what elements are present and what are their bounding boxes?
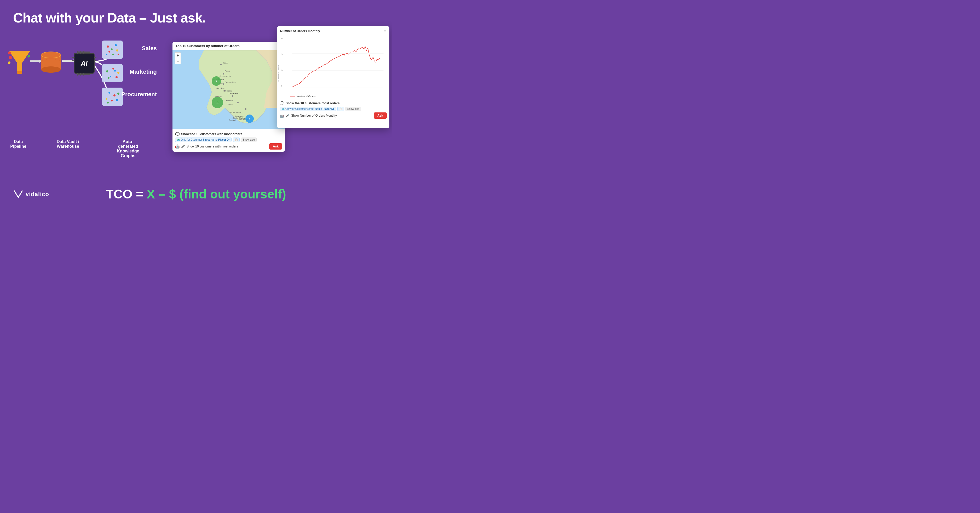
mic-icon-map: 🎤 [181,145,185,148]
map-filter-tag2: 📋 [233,137,240,142]
chart-legend: Number of Orders [277,95,390,99]
map-filter-icon: 🗺️ [177,138,180,141]
sales-scatter-card [102,40,123,59]
chart-ask-button[interactable]: Ask [374,112,387,119]
svg-point-36 [111,100,113,102]
svg-text:Chico: Chico [223,62,228,64]
svg-point-13 [41,67,61,73]
svg-point-29 [116,76,118,78]
svg-point-23 [106,54,107,55]
svg-text:Fresno: Fresno [226,99,232,102]
svg-point-82 [318,67,319,69]
svg-point-4 [27,55,30,57]
map-ask-button[interactable]: Ask [269,143,282,150]
logo-text: vidalico [25,191,49,198]
ai-chip: AI [74,53,95,74]
chart-filter-tag: 🗺️ Only for Customer Street Name Placer … [280,107,336,111]
y-value-1k: 1k [281,69,283,72]
map-chat-footer: 💬 Show the 10 customers with most orders… [172,130,285,151]
svg-point-17 [107,46,109,48]
marketing-label: Marketing [130,69,157,75]
chart-filter-tag2: 📋 [337,107,344,111]
map-title: Top 10 Customers by number of Orders [172,42,285,50]
y-value-2k: 2k [281,53,283,56]
sales-label: Sales [142,45,157,52]
svg-text:Oxnard: Oxnard [229,119,235,121]
svg-text:Sacramento: Sacramento [220,75,231,77]
svg-point-41 [223,73,224,75]
chart-filter-value: Placer Dr [323,107,334,110]
vidalico-logo: vidalico [13,190,49,199]
chart-filter-tags: 🗺️ Only for Customer Street Name Placer … [280,107,387,111]
svg-text:Santa Maria: Santa Maria [229,111,241,113]
procurement-label: Procurement [121,91,157,98]
map-body: Chico Reno Sacramento Carson City Santa … [172,50,285,129]
chart-svg: 2018 2019 2020 2021 2022 2023 Month of O… [290,36,385,88]
data-pipeline-label: DataPipeline [5,139,31,158]
pipeline-diagram: AI [5,34,175,159]
map-chat-input[interactable] [186,145,267,148]
procurement-scatter-card [102,88,123,106]
logo-icon [13,190,24,199]
chart-show-also-button[interactable]: Show also [345,107,361,111]
map-panel: Top 10 Customers by number of Orders [172,42,285,151]
svg-text:3: 3 [216,101,218,105]
svg-text:Reno: Reno [225,70,230,72]
bottom-labels: DataPipeline Data Vault /Warehouse Auto-… [5,139,145,158]
map-query-text: Show the 10 customers with most orders [181,132,242,136]
svg-rect-5 [8,52,11,54]
svg-text:5: 5 [249,117,251,121]
auto-generated-label: Auto-generatedKnowledgeGraphs [111,139,145,158]
y-axis-label: Number of Orders [278,65,280,81]
svg-point-24 [118,54,119,55]
chart-query-text: Show the 10 customers most orders [286,102,340,105]
y-value-3k: 3k [281,37,283,40]
svg-point-32 [108,92,110,94]
svg-text:Stockton: Stockton [223,90,232,92]
chat-bubble-icon: 💬 [175,132,180,136]
svg-text:Visalia: Visalia [228,103,234,106]
chart-chat-input-row[interactable]: 🤖 🎤 Ask [280,112,387,119]
svg-point-35 [117,92,119,95]
chart-title: Number of Orders monthly [280,29,320,33]
legend-label: Number of Orders [297,95,315,97]
svg-point-28 [110,76,111,77]
chart-chat-footer: 💬 Show the 10 customers most orders 🗺️ O… [277,99,390,121]
svg-rect-1 [17,71,22,74]
svg-point-19 [115,44,117,46]
map-filter-value: Placer Dr [218,138,230,141]
zoom-in-button[interactable]: + [175,53,181,58]
tco-prefix: TCO = [106,187,146,201]
svg-point-47 [245,108,247,110]
map-filter-tags: 🗺️ Only for Customer Street Name Placer … [175,137,282,142]
map-zoom-controls[interactable]: + − [175,52,181,64]
svg-point-84 [370,58,371,59]
funnel-icon [8,48,31,72]
mic-icon-chart: 🎤 [286,114,290,117]
robot-icon-map: 🤖 [175,144,180,148]
tco-formula-green: X – $ (find out yourself) [146,187,286,201]
svg-point-33 [113,94,116,97]
map-filter-tag: 🗺️ Only for Customer Street Name Placer … [175,137,232,142]
svg-point-31 [114,70,116,72]
svg-point-46 [237,102,239,103]
zoom-out-button[interactable]: − [175,58,181,64]
map-show-also-button[interactable]: Show also [241,137,257,142]
svg-marker-0 [9,51,30,72]
chart-menu-icon[interactable]: ≡ [384,29,386,33]
svg-text:Carson City: Carson City [225,81,236,83]
svg-text:California: California [229,92,238,95]
svg-point-3 [8,61,10,64]
svg-point-2 [9,56,12,59]
chart-chat-query-row: 💬 Show the 10 customers most orders [280,101,387,105]
svg-point-26 [112,68,114,70]
chart-filter-label: Only for Customer Street Name [285,107,322,110]
map-chat-input-row[interactable]: 🤖 🎤 Ask [175,143,282,150]
svg-point-20 [108,51,110,53]
svg-point-21 [116,49,118,51]
ui-screenshots-section: Top 10 Customers by number of Orders [172,26,390,175]
svg-point-37 [116,99,118,101]
chart-chat-input[interactable] [291,114,372,117]
svg-text:2: 2 [215,79,217,83]
y-value-0: 0 [281,85,283,87]
